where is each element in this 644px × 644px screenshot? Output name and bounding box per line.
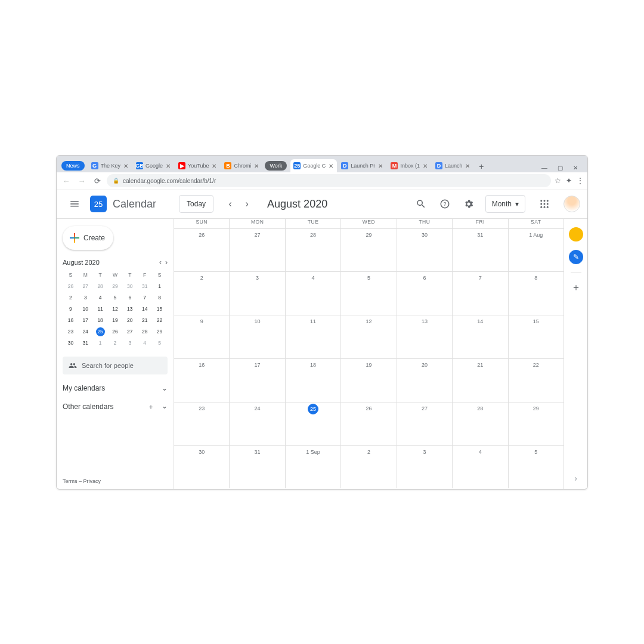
- day-cell[interactable]: 1 Aug: [509, 229, 564, 272]
- account-avatar[interactable]: [564, 196, 580, 212]
- privacy-link[interactable]: Privacy: [83, 478, 101, 484]
- extensions-icon[interactable]: ✦: [566, 177, 572, 185]
- day-cell[interactable]: 26: [174, 229, 230, 272]
- day-cell[interactable]: 29: [341, 229, 397, 272]
- add-addon-button[interactable]: ＋: [571, 281, 581, 294]
- day-cell[interactable]: 10: [230, 315, 285, 358]
- mini-day[interactable]: 28: [94, 281, 107, 292]
- minimize-button[interactable]: —: [540, 165, 549, 171]
- new-tab-button[interactable]: +: [475, 160, 488, 172]
- url-box[interactable]: 🔒 calendar.google.com/calendar/b/1/r: [107, 174, 551, 187]
- mini-day[interactable]: 5: [109, 293, 122, 303]
- mini-day[interactable]: 14: [138, 304, 151, 314]
- mini-day[interactable]: 16: [64, 315, 78, 326]
- close-window-button[interactable]: ✕: [571, 165, 580, 171]
- back-button[interactable]: ←: [60, 175, 72, 187]
- mini-day[interactable]: 21: [138, 315, 151, 326]
- bookmark-star-icon[interactable]: ☆: [555, 177, 561, 185]
- close-tab-icon[interactable]: ✕: [123, 163, 129, 169]
- browser-tab[interactable]: ▶YouTube✕: [175, 159, 220, 172]
- day-cell[interactable]: 7: [453, 272, 508, 315]
- day-cell[interactable]: 29: [509, 402, 564, 445]
- mini-day[interactable]: 3: [79, 293, 92, 303]
- mini-day[interactable]: 15: [153, 304, 166, 314]
- day-cell[interactable]: 28: [453, 402, 508, 445]
- prev-month-button[interactable]: ‹: [222, 196, 239, 212]
- day-cell[interactable]: 11: [286, 315, 341, 358]
- day-cell[interactable]: 27: [397, 402, 453, 445]
- add-calendar-button[interactable]: ＋: [147, 402, 154, 412]
- day-cell[interactable]: 2: [341, 446, 397, 489]
- day-cell[interactable]: 3: [397, 446, 453, 489]
- mini-day[interactable]: 27: [79, 281, 92, 292]
- day-cell[interactable]: 6: [397, 272, 453, 315]
- search-button[interactable]: [411, 194, 431, 213]
- mini-day[interactable]: 17: [79, 315, 92, 326]
- next-month-button[interactable]: ›: [239, 196, 255, 212]
- close-tab-icon[interactable]: ✕: [165, 163, 171, 169]
- tab-group-pill[interactable]: News: [61, 161, 85, 171]
- day-cell[interactable]: 13: [397, 315, 453, 358]
- today-button[interactable]: Today: [179, 195, 213, 213]
- day-cell[interactable]: 16: [174, 359, 230, 402]
- browser-tab[interactable]: 25Google C✕: [290, 159, 337, 172]
- mini-prev-button[interactable]: ‹: [159, 258, 162, 267]
- mini-day[interactable]: 31: [79, 338, 92, 348]
- mini-day[interactable]: 3: [123, 338, 137, 348]
- mini-day[interactable]: 26: [64, 281, 78, 292]
- day-cell[interactable]: 8: [509, 272, 564, 315]
- mini-day[interactable]: 12: [109, 304, 122, 314]
- day-cell[interactable]: 9: [174, 315, 230, 358]
- mini-day[interactable]: 20: [123, 315, 137, 326]
- day-cell[interactable]: 18: [286, 359, 341, 402]
- close-tab-icon[interactable]: ✕: [328, 163, 334, 169]
- mini-day[interactable]: 9: [64, 304, 78, 314]
- day-cell[interactable]: 4: [286, 272, 341, 315]
- day-cell[interactable]: 19: [341, 359, 397, 402]
- mini-day[interactable]: 2: [109, 338, 122, 348]
- day-cell[interactable]: 30: [397, 229, 453, 272]
- rail-collapse-button[interactable]: ›: [574, 473, 577, 489]
- mini-day[interactable]: 13: [123, 304, 137, 314]
- browser-tab[interactable]: DLaunch✕: [432, 159, 474, 172]
- mini-day[interactable]: 2: [64, 293, 78, 303]
- day-cell[interactable]: 1 Sep: [286, 446, 341, 489]
- mini-day[interactable]: 10: [79, 304, 92, 314]
- day-cell[interactable]: 3: [230, 272, 285, 315]
- mini-day[interactable]: 29: [109, 281, 122, 292]
- other-calendars-section[interactable]: Other calendars ＋ ⌄: [63, 402, 168, 412]
- close-tab-icon[interactable]: ✕: [465, 163, 470, 169]
- mini-day[interactable]: 4: [94, 293, 107, 303]
- maximize-button[interactable]: ▢: [555, 165, 565, 171]
- mini-day[interactable]: 11: [94, 304, 107, 314]
- mini-day[interactable]: 8: [153, 293, 166, 303]
- day-cell[interactable]: 25: [286, 402, 341, 445]
- mini-day[interactable]: 23: [64, 327, 78, 337]
- day-cell[interactable]: 4: [453, 446, 508, 489]
- day-cell[interactable]: 24: [230, 402, 285, 445]
- browser-tab[interactable]: DLaunch Pr✕: [338, 159, 386, 172]
- day-cell[interactable]: 15: [509, 315, 564, 358]
- day-cell[interactable]: 23: [174, 402, 230, 445]
- day-cell[interactable]: 26: [341, 402, 397, 445]
- mini-day[interactable]: 1: [94, 338, 107, 348]
- mini-day[interactable]: 4: [138, 338, 151, 348]
- mini-day[interactable]: 25: [94, 327, 107, 337]
- forward-button[interactable]: →: [76, 175, 88, 187]
- day-cell[interactable]: 27: [230, 229, 285, 272]
- day-cell[interactable]: 17: [230, 359, 285, 402]
- day-cell[interactable]: 5: [509, 446, 564, 489]
- close-tab-icon[interactable]: ✕: [253, 163, 259, 169]
- main-menu-button[interactable]: [64, 193, 85, 215]
- terms-link[interactable]: Terms: [63, 478, 78, 484]
- create-button[interactable]: Create: [63, 226, 113, 250]
- mini-day[interactable]: 5: [153, 338, 166, 348]
- keep-icon[interactable]: [569, 227, 583, 242]
- browser-tab[interactable]: BChromi✕: [221, 159, 262, 172]
- mini-day[interactable]: 27: [123, 327, 137, 337]
- mini-day[interactable]: 24: [79, 327, 92, 337]
- day-cell[interactable]: 12: [341, 315, 397, 358]
- close-tab-icon[interactable]: ✕: [377, 163, 383, 169]
- mini-day[interactable]: 31: [138, 281, 151, 292]
- mini-next-button[interactable]: ›: [165, 258, 168, 267]
